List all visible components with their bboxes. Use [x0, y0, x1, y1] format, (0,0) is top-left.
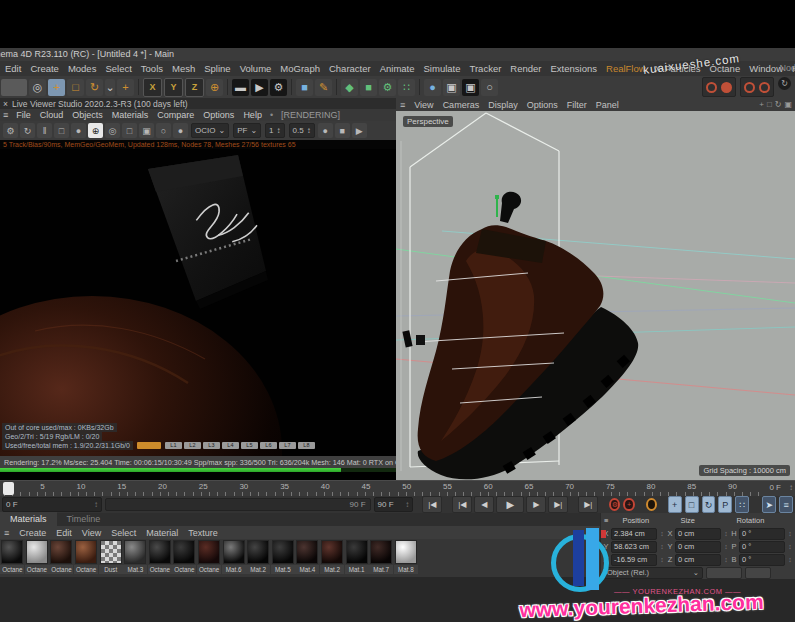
menu-item[interactable]: Extensions	[551, 63, 597, 74]
menu-item[interactable]: Material	[146, 528, 178, 538]
transport-button[interactable]: ▶|	[578, 496, 598, 513]
material-item[interactable]: Octane	[172, 539, 197, 577]
render-settings-icon[interactable]: ⚙	[270, 79, 287, 96]
material-thumb[interactable]	[50, 540, 72, 564]
last-tool-icon[interactable]: ◎	[29, 79, 46, 96]
coord-apply-button[interactable]	[706, 567, 742, 579]
live-viewer-titlebar[interactable]: × Live Viewer Studio 2020.2.3-R3 (100 da…	[0, 98, 396, 109]
menubar-right-label[interactable]: Node	[779, 61, 795, 76]
material-item[interactable]: Octane	[0, 539, 25, 577]
record-position-icon[interactable]: ⚙	[609, 498, 620, 511]
playback-cursor-icon[interactable]: ➤	[762, 496, 776, 513]
camera-object-icon[interactable]: ▣	[462, 79, 479, 96]
lv-isolate-icon[interactable]: ●	[173, 123, 188, 138]
render-pass-chip[interactable]: L8	[298, 442, 315, 449]
octane-camera-buttons[interactable]	[740, 77, 774, 97]
menu-item[interactable]: Compare	[157, 110, 194, 120]
mograph-icon[interactable]: ⚙	[379, 79, 396, 96]
render-view-icon[interactable]: ▬	[232, 79, 249, 96]
material-item[interactable]: Mat.7	[369, 539, 394, 577]
menu-item[interactable]: Simulate	[424, 63, 461, 74]
lv-clay-icon[interactable]: ●	[318, 123, 333, 138]
keyframe-icon[interactable]	[646, 498, 657, 511]
menu-item[interactable]: File	[16, 110, 31, 120]
material-item[interactable]: Dust	[98, 539, 123, 577]
menu-item[interactable]: Create	[30, 63, 59, 74]
axis-lock-icon[interactable]: +	[117, 79, 134, 96]
menu-item[interactable]: Modes	[68, 63, 97, 74]
viewport-pan-icon[interactable]: +	[759, 100, 764, 109]
timeline-ruler[interactable]: 051015202530354045505560657075808590 0 F…	[0, 480, 795, 496]
size-input[interactable]: 0 cm	[675, 554, 721, 566]
menu-item[interactable]: Select	[105, 63, 131, 74]
dynamics-icon[interactable]: ∷	[398, 79, 415, 96]
tab-materials[interactable]: Materials	[0, 512, 57, 526]
menu-item[interactable]: Cameras	[443, 100, 480, 110]
tool-history-icon[interactable]: ⌄	[105, 79, 115, 96]
size-input[interactable]: 0 cm	[675, 528, 721, 540]
transport-button[interactable]: |◀	[422, 496, 442, 513]
render-pass-chip[interactable]: L3	[203, 442, 220, 449]
material-thumb[interactable]	[296, 540, 318, 564]
lv-pick-material-icon[interactable]: ▣	[139, 123, 154, 138]
material-item[interactable]: Mat.4	[295, 539, 320, 577]
stepper-icon[interactable]: ↕	[787, 556, 793, 563]
playback-list-icon[interactable]: ≡	[779, 496, 793, 513]
rotation-input[interactable]: 0 °	[739, 528, 785, 540]
move-tool-icon[interactable]: +	[48, 79, 65, 96]
render-picture-viewer-icon[interactable]: ▶	[251, 79, 268, 96]
menu-item[interactable]: Filter	[567, 100, 587, 110]
material-thumb[interactable]	[100, 540, 122, 564]
menu-item[interactable]: Character	[329, 63, 371, 74]
x-axis-button[interactable]: X	[143, 78, 162, 97]
menu-item[interactable]: Panel	[596, 100, 619, 110]
subsample-field[interactable]: 1↕	[265, 123, 284, 138]
menu-item[interactable]: Volume	[240, 63, 272, 74]
autokey-icon[interactable]: +	[623, 498, 634, 511]
lv-pick-focus-icon[interactable]: □	[122, 123, 137, 138]
material-thumb[interactable]	[173, 540, 195, 564]
material-thumb[interactable]	[26, 540, 48, 564]
key-scale-toggle[interactable]: □	[685, 496, 699, 513]
stepper-icon[interactable]: ↕	[659, 556, 665, 563]
transport-button[interactable]: ▶	[526, 496, 546, 513]
ocio-dropdown[interactable]: OCIO⌄	[191, 123, 229, 138]
viewport-maximize-icon[interactable]: ▣	[784, 100, 792, 109]
main-pass-chip[interactable]	[137, 442, 161, 449]
array-generator-icon[interactable]: ■	[360, 79, 377, 96]
menu-item[interactable]: Options	[203, 110, 234, 120]
material-item[interactable]: Octane	[197, 539, 222, 577]
material-item[interactable]: Octane	[25, 539, 50, 577]
transport-button[interactable]: ◀	[474, 496, 494, 513]
octane-live-icon[interactable]	[721, 82, 732, 93]
material-thumb[interactable]	[75, 540, 97, 564]
add-cube-icon[interactable]: ■	[296, 79, 313, 96]
menu-item[interactable]: View	[82, 528, 101, 538]
octane-target-icon[interactable]	[744, 82, 755, 93]
menu-item[interactable]: View	[414, 100, 433, 110]
menu-item[interactable]: Tracker	[470, 63, 502, 74]
menu-item[interactable]: Create	[19, 528, 46, 538]
burger-icon[interactable]: ≡	[604, 516, 608, 525]
material-thumb[interactable]	[346, 540, 368, 564]
z-axis-button[interactable]: Z	[185, 78, 204, 97]
key-position-toggle[interactable]: +	[668, 496, 682, 513]
menu-item[interactable]: Animate	[380, 63, 415, 74]
material-item[interactable]: Mat.5	[271, 539, 296, 577]
menu-item[interactable]: Cloud	[40, 110, 64, 120]
size-input[interactable]: 0 cm	[675, 541, 721, 553]
stepper-icon[interactable]: ↕	[723, 530, 729, 537]
key-parameter-toggle[interactable]: P	[718, 496, 732, 513]
menu-item[interactable]: Display	[488, 100, 518, 110]
lv-pick-light-icon[interactable]: ○	[156, 123, 171, 138]
timeline-range-slider[interactable]: 90 F	[105, 498, 370, 511]
menu-item[interactable]: Window	[749, 63, 783, 74]
burger-icon[interactable]: ≡	[4, 528, 9, 538]
menu-item[interactable]: Spline	[204, 63, 230, 74]
render-pass-chip[interactable]: L2	[184, 442, 201, 449]
stepper-icon[interactable]: ↕	[789, 483, 793, 492]
subdivision-surface-icon[interactable]: ◆	[341, 79, 358, 96]
viewport-rotate-icon[interactable]: ↻	[775, 100, 782, 109]
material-thumb[interactable]	[395, 540, 417, 564]
lv-stop-icon[interactable]: □	[54, 123, 69, 138]
